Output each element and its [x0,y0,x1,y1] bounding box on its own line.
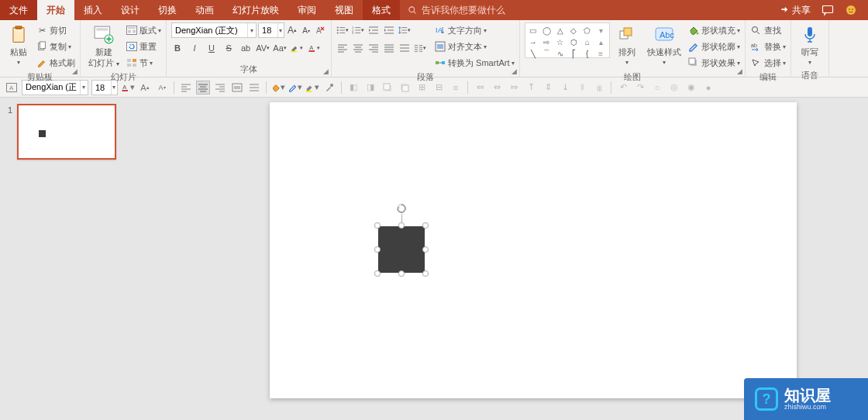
section-button[interactable]: 节▾ [126,55,161,71]
tab-design[interactable]: 设计 [112,0,149,20]
tab-insert[interactable]: 插入 [74,0,112,20]
qat-align-r[interactable]: ⤇ [507,81,521,95]
paragraph-dialog-launcher[interactable]: ◢ [512,67,517,75]
numbering-button[interactable]: 123▾ [352,24,364,36]
font-size-input[interactable] [259,26,277,35]
comments-icon[interactable] [822,4,834,16]
layout-button[interactable]: 版式▾ [126,22,161,38]
shape-effects-button[interactable]: 形状效果▾ [687,55,740,71]
qat-font-size-input[interactable] [92,83,111,92]
resize-handle-l[interactable] [374,246,381,253]
qat-outline[interactable]: ▾ [288,81,302,95]
find-button[interactable]: 查找 [750,22,786,38]
resize-handle-t[interactable] [398,222,405,229]
align-text-button[interactable]: 对齐文本▾ [434,39,514,54]
tab-transitions[interactable]: 切换 [149,0,186,20]
clipboard-dialog-launcher[interactable]: ◢ [72,67,78,75]
tab-animations[interactable]: 动画 [186,0,223,20]
cut-button[interactable]: ✂剪切 [36,22,75,38]
tell-me-search[interactable]: 告诉我你想要做什么 [400,0,767,20]
qat-align-b[interactable]: ⤓ [558,81,572,95]
text-direction-button[interactable]: IA文字方向▾ [434,22,514,38]
font-color-button[interactable]: A▾ [308,42,320,54]
align-left-button[interactable] [336,42,349,54]
resize-handle-bl[interactable] [374,270,381,277]
select-button[interactable]: 选择▾ [750,55,786,71]
font-name-combo[interactable]: ▾ [171,22,257,38]
shadow-button[interactable]: ab [239,42,252,54]
qat-font-name-input[interactable] [22,83,80,92]
qat-circle-1[interactable]: ○ [650,81,664,95]
resize-handle-tr[interactable] [422,222,429,229]
qat-rotate-l[interactable]: ↶ [616,81,630,95]
chevron-down-icon[interactable]: ▾ [277,23,284,37]
rotation-handle[interactable] [396,203,407,214]
font-size-combo[interactable]: ▾ [258,22,284,38]
qat-align-m[interactable]: ⇕ [541,81,555,95]
reset-button[interactable]: 重置 [126,39,161,54]
qat-eyedropper[interactable] [322,81,336,95]
strike-button[interactable]: S [222,42,235,54]
resize-handle-br[interactable] [422,270,429,277]
indent-inc-button[interactable] [383,24,395,36]
align-center-button[interactable] [352,42,364,54]
indent-dec-button[interactable] [367,24,380,36]
copy-button[interactable]: 复制 ▾ [36,39,75,54]
resize-handle-tl[interactable] [374,222,381,229]
shrink-font-button[interactable]: A▾ [300,24,312,36]
qat-highlight[interactable]: ▾ [305,81,319,95]
justify-button[interactable] [383,42,395,54]
tab-review[interactable]: 审阅 [288,0,326,20]
qat-dist-h[interactable]: ⫴ [575,81,589,95]
convert-smartart-button[interactable]: 转换为 SmartArt▾ [434,55,514,71]
qat-dist-v[interactable]: ⫼ [592,81,606,95]
distributed-button[interactable] [398,42,411,54]
qat-rotate-r[interactable]: ↷ [633,81,647,95]
qat-fill[interactable]: ▾ [271,81,285,95]
qat-circle-2[interactable]: ◎ [667,81,681,95]
qat-align-middle[interactable] [230,81,244,95]
qat-icon-2[interactable]: ◨ [363,81,377,95]
shape-outline-button[interactable]: 形状轮廓▾ [687,39,740,54]
paste-button[interactable]: 粘贴 ▾ [5,22,33,69]
clear-format-button[interactable]: A [314,24,326,36]
qat-bring-front[interactable] [381,81,394,95]
qat-align-left[interactable] [179,81,193,95]
shapes-gallery[interactable]: ▭◯△◇⬠▾ →⇨☆⬡⌂▴ ╲⌒∿⎡{≡ [525,22,610,58]
align-right-button[interactable] [367,42,380,54]
line-spacing-button[interactable]: ▾ [398,24,411,36]
columns-button[interactable]: ▾ [414,42,426,54]
shape-fill-button[interactable]: 形状填充▾ [687,22,740,38]
qat-group[interactable]: ⊞ [415,81,429,95]
new-slide-button[interactable]: 新建 幻灯片 ▾ [85,22,122,71]
bullets-button[interactable]: ▾ [336,24,349,36]
bold-button[interactable]: B [171,42,184,54]
font-dialog-launcher[interactable]: ◢ [323,67,329,75]
quick-styles-button[interactable]: Abc 快速样式▾ [644,22,684,69]
qat-circle-3[interactable]: ◉ [684,81,698,95]
qat-align-t[interactable]: ⤒ [524,81,538,95]
tab-home[interactable]: 开始 [37,0,74,20]
chevron-down-icon[interactable]: ▾ [247,23,256,37]
font-name-input[interactable] [172,26,247,35]
qat-align-c[interactable]: ⇔ [490,81,504,95]
underline-button[interactable]: U [205,42,218,54]
slide-canvas-area[interactable] [128,98,868,420]
change-case-button[interactable]: Aa▾ [274,42,286,54]
qat-align-center[interactable] [196,81,210,95]
slide-thumbnail-1[interactable] [17,104,116,160]
dictate-button[interactable]: 听写▾ [796,22,824,69]
qat-ungroup[interactable]: ⊟ [432,81,446,95]
tab-view[interactable]: 视图 [326,0,363,20]
grow-font-button[interactable]: A▴ [286,24,298,36]
format-painter-button[interactable]: 格式刷 [36,55,75,71]
qat-distribute[interactable] [247,81,261,95]
tab-format[interactable]: 格式 [363,0,400,20]
slide[interactable] [270,102,797,398]
arrange-button[interactable]: 排列▾ [613,22,641,69]
face-icon[interactable] [845,4,857,16]
replace-button[interactable]: ab替换▾ [750,39,786,54]
qat-send-back[interactable] [398,81,412,95]
resize-handle-r[interactable] [422,246,429,253]
qat-align-objects[interactable]: ≡ [449,81,463,95]
